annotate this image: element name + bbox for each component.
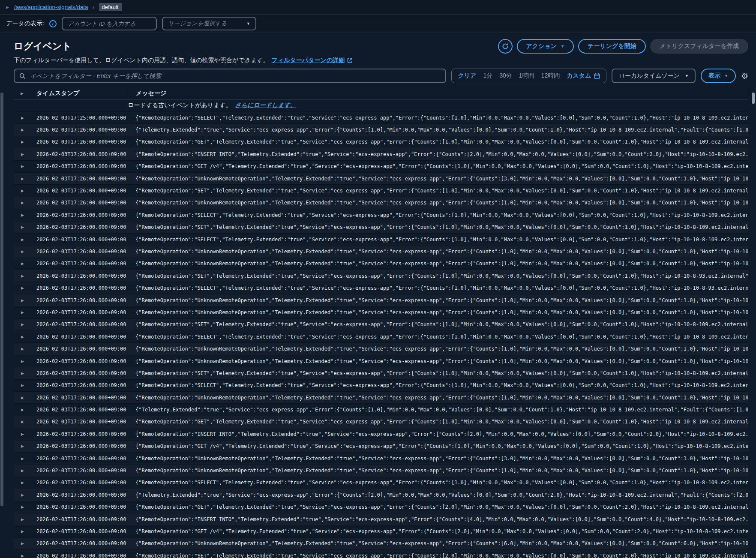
row-timestamp: 2026-02-03T17:26:00.000+09:00: [36, 480, 128, 486]
clear-button[interactable]: クリア: [458, 72, 476, 80]
expand-row-icon[interactable]: ▶: [14, 529, 36, 534]
table-row: ▶ 2026-02-03T17:26:00.000+09:00 {"Remote…: [14, 270, 748, 282]
row-message: {"RemoteOperation":"GET","Telemetry.Exte…: [128, 504, 748, 510]
start-tailing-button[interactable]: テーリングを開始: [578, 39, 646, 54]
row-message: {"RemoteOperation":"UnknownRemoteOperati…: [128, 540, 748, 546]
timezone-dropdown[interactable]: ローカルタイムゾーン ▼: [612, 69, 696, 83]
expand-row-icon[interactable]: ▶: [14, 444, 36, 448]
expand-row-icon[interactable]: ▶: [14, 396, 36, 400]
table-row: ▶ 2026-02-03T17:26:00.000+09:00 {"Remote…: [14, 440, 748, 452]
expand-row-icon[interactable]: ▶: [14, 322, 36, 327]
refresh-button[interactable]: [498, 39, 513, 54]
expand-row-icon[interactable]: ▶: [14, 383, 36, 387]
filter-pattern-details-link[interactable]: フィルターパターンの詳細: [272, 57, 345, 64]
expand-row-icon[interactable]: ▶: [14, 225, 36, 229]
expand-row-icon[interactable]: ▶: [14, 189, 36, 193]
expand-row-icon[interactable]: ▶: [14, 164, 36, 168]
expand-row-icon[interactable]: ▶: [14, 493, 36, 497]
row-timestamp: 2026-02-03T17:26:00.000+09:00: [36, 176, 128, 182]
actions-dropdown-button[interactable]: アクション ▼: [517, 39, 574, 54]
expand-row-icon[interactable]: ▶: [14, 347, 36, 351]
event-filter-search[interactable]: [14, 69, 446, 83]
message-column-header: メッセージ: [128, 87, 748, 99]
expand-row-icon[interactable]: ▶: [14, 237, 36, 242]
vertical-scrollbar-thumb[interactable]: [752, 93, 755, 104]
expand-row-icon[interactable]: ▶: [14, 140, 36, 144]
chevron-down-icon: ▼: [246, 21, 250, 26]
row-timestamp: 2026-02-03T17:26:00.000+09:00: [36, 516, 128, 522]
expand-row-icon[interactable]: ▶: [14, 274, 36, 278]
expand-row-icon[interactable]: ▶: [14, 152, 36, 156]
expand-row-icon[interactable]: ▶: [14, 420, 36, 424]
expand-row-icon[interactable]: ▶: [14, 201, 36, 205]
expand-row-icon[interactable]: ▶: [14, 432, 36, 436]
breadcrumb-log-group-link[interactable]: /aws/application-signals/data: [14, 4, 88, 10]
row-timestamp: 2026-02-03T17:26:00.000+09:00: [36, 456, 128, 462]
expand-row-icon[interactable]: ▶: [14, 408, 36, 412]
table-row: ▶ 2026-02-03T17:26:00.000+09:00 {"Remote…: [14, 513, 748, 525]
expand-row-icon[interactable]: ▶: [14, 116, 36, 120]
expand-row-icon[interactable]: ▶: [14, 505, 36, 509]
row-timestamp: 2026-02-03T17:26:00.000+09:00: [36, 395, 128, 401]
page-title: ログイベント: [14, 40, 72, 53]
expand-row-icon[interactable]: ▶: [14, 213, 36, 217]
table-row: ▶ 2026-02-03T17:26:00.000+09:00 {"Remote…: [14, 379, 748, 391]
range-1m-button[interactable]: 1分: [483, 72, 492, 80]
row-timestamp: 2026-02-03T17:26:00.000+09:00: [36, 249, 128, 255]
row-timestamp: 2026-02-03T17:26:00.000+09:00: [36, 334, 128, 340]
row-message: {"RemoteOperation":"UnknownRemoteOperati…: [128, 358, 748, 364]
time-range-group: クリア 1分 30分 1時間 12時間 カスタム: [451, 69, 606, 83]
expand-row-icon[interactable]: ▶: [14, 286, 36, 290]
expand-row-icon[interactable]: ▶: [14, 541, 36, 546]
event-filter-input[interactable]: [30, 72, 441, 79]
row-message: {"RemoteOperation":"GET","Telemetry.Exte…: [128, 419, 748, 425]
row-timestamp: 2026-02-03T17:26:00.000+09:00: [36, 237, 128, 243]
expand-row-icon[interactable]: ▶: [14, 261, 36, 266]
row-message: {"RemoteOperation":"INSERT INTO","Teleme…: [128, 516, 748, 522]
table-row: ▶ 2026-02-03T17:26:00.000+09:00 {"Remote…: [14, 416, 748, 428]
expand-row-icon[interactable]: ▶: [14, 310, 36, 315]
table-row: ▶ 2026-02-03T17:26:00.000+09:00 {"Remote…: [14, 355, 748, 367]
expand-row-icon[interactable]: ▶: [14, 177, 36, 181]
row-message: {"Telemetry.Extended":"true","Service":"…: [128, 127, 748, 133]
region-select[interactable]: リージョンを選択する ▼: [162, 17, 256, 30]
sidebar-toggle-icon[interactable]: ▶: [6, 5, 9, 9]
expand-row-icon[interactable]: ▶: [14, 371, 36, 375]
row-timestamp: 2026-02-03T17:26:00.000+09:00: [36, 504, 128, 510]
table-row: ▶ 2026-02-03T17:26:00.000+09:00 {"Remote…: [14, 452, 748, 464]
expand-row-icon[interactable]: ▶: [14, 554, 36, 558]
table-row: ▶ 2026-02-03T17:26:00.000+09:00 {"Teleme…: [14, 123, 748, 135]
range-30m-button[interactable]: 30分: [499, 72, 512, 80]
expand-row-icon[interactable]: ▶: [14, 298, 36, 303]
expand-row-icon[interactable]: ▶: [14, 456, 36, 461]
range-1h-button[interactable]: 1時間: [519, 72, 534, 80]
expand-row-icon[interactable]: ▶: [14, 480, 36, 485]
create-metric-filter-button[interactable]: メトリクスフィルターを作成: [650, 39, 748, 54]
preferences-gear-icon[interactable]: ⚙: [741, 71, 748, 81]
table-row: ▶ 2026-02-03T17:26:00.000+09:00 {"Remote…: [14, 391, 748, 403]
calendar-icon: [594, 73, 600, 79]
row-timestamp: 2026-02-03T17:26:00.000+09:00: [36, 370, 128, 376]
table-row: ▶ 2026-02-03T17:26:00.000+09:00 {"Remote…: [14, 367, 748, 379]
row-timestamp: 2026-02-03T17:26:00.000+09:00: [36, 188, 128, 194]
range-12h-button[interactable]: 12時間: [541, 72, 560, 80]
load-more-link[interactable]: さらにロードします。: [235, 102, 297, 109]
expand-row-icon[interactable]: ▶: [14, 468, 36, 473]
table-row: ▶ 2026-02-03T17:26:00.000+09:00 {"Remote…: [14, 197, 748, 209]
row-message: {"RemoteOperation":"GET /v4","Telemetry.…: [128, 528, 748, 534]
display-dropdown[interactable]: 表示 ▼: [701, 69, 736, 83]
expand-row-icon[interactable]: ▶: [14, 359, 36, 363]
expand-row-icon[interactable]: ▶: [14, 128, 36, 132]
expand-all-icon[interactable]: ▶: [14, 87, 36, 99]
expand-row-icon[interactable]: ▶: [14, 335, 36, 339]
table-row: ▶ 2026-02-03T17:26:00.000+09:00 {"Remote…: [14, 233, 748, 245]
info-icon[interactable]: i: [49, 20, 57, 27]
account-id-input[interactable]: [62, 17, 157, 30]
expand-row-icon[interactable]: ▶: [14, 249, 36, 254]
expand-row-icon[interactable]: ▶: [14, 517, 36, 522]
left-scrollbar[interactable]: [0, 93, 3, 506]
row-message: {"RemoteOperation":"UnknownRemoteOperati…: [128, 456, 748, 462]
custom-range-button[interactable]: カスタム: [567, 72, 600, 80]
table-header: ▶ タイムスタンプ メッセージ: [14, 87, 748, 99]
table-row: ▶ 2026-02-03T17:26:00.000+09:00 {"Remote…: [14, 477, 748, 489]
